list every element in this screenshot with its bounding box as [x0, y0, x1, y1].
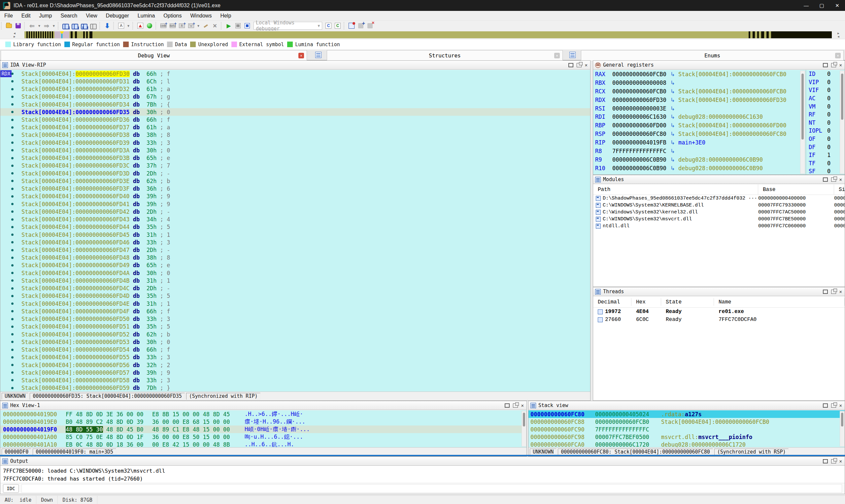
tab-debug-view[interactable]: Debug View ✕ — [1, 50, 307, 60]
cli-language-button[interactable]: IDC — [3, 484, 19, 493]
cpu-flag-row[interactable]: RF0 — [806, 110, 839, 119]
panel-float-icon[interactable] — [831, 290, 836, 294]
breakpoint-dot-icon[interactable] — [11, 96, 14, 98]
stack-view-header[interactable]: Stack view ✕ — [528, 401, 845, 410]
breakpoint-dot-icon[interactable] — [11, 326, 14, 328]
disassembly-listing[interactable]: RDXStack[00004E04]:000000000060FD30 db 6… — [0, 70, 590, 392]
undefine-button[interactable]: ✕ — [211, 22, 219, 30]
panel-maximize-icon[interactable] — [823, 459, 828, 464]
disasm-line[interactable]: Stack[00004E04]:000000000060FD57 db 39h … — [0, 369, 590, 376]
tab-enums[interactable]: Enums ✕ — [581, 50, 844, 60]
minimize-button[interactable]: — — [798, 0, 814, 11]
disasm-line[interactable]: Stack[00004E04]:000000000060FD37 db 61h … — [0, 124, 590, 131]
panel-close-icon[interactable]: ✕ — [839, 403, 842, 408]
cpu-flags-list[interactable]: ID0VIP0VIF0AC0VM0RF0NT0IOPL0OF0DF0IF1TF0… — [806, 70, 839, 175]
menu-item-edit[interactable]: Edit — [17, 12, 35, 20]
disasm-line[interactable]: Stack[00004E04]:000000000060FD4D db 35h … — [0, 292, 590, 300]
tab-structures[interactable]: Structures ✕ — [327, 50, 563, 60]
continue-process-button[interactable]: ▶ — [225, 22, 233, 30]
breakpoint-dot-icon[interactable] — [11, 188, 14, 190]
panel-maximize-icon[interactable] — [505, 403, 510, 408]
breakpoint-dot-icon[interactable] — [11, 349, 14, 351]
disasm-line[interactable]: Stack[00004E04]:000000000060FD35 db 30h … — [0, 108, 590, 116]
registers-scrollbar[interactable] — [800, 71, 805, 174]
panel-close-icon[interactable]: ✕ — [521, 403, 524, 408]
open-file-button[interactable] — [5, 22, 13, 30]
breakpoint-dot-icon[interactable] — [11, 119, 14, 121]
breakpoint-dot-icon[interactable] — [11, 372, 14, 374]
menu-item-lumina[interactable]: Lumina — [133, 12, 159, 20]
hex-row[interactable]: 00000000004019F048 8D 55 30 48 8D 45 B04… — [0, 426, 527, 433]
menu-item-help[interactable]: Help — [216, 12, 235, 20]
structures-view-icon[interactable] — [315, 52, 321, 58]
breakpoint-dot-icon[interactable] — [11, 80, 14, 83]
cpu-flag-row[interactable]: VIP0 — [806, 78, 839, 86]
disasm-line[interactable]: Stack[00004E04]:000000000060FD4E db 31h … — [0, 300, 590, 307]
breakpoint-dot-icon[interactable] — [11, 333, 14, 336]
menu-item-windows[interactable]: Windows — [186, 12, 216, 20]
column-header-state[interactable]: State — [661, 298, 714, 306]
column-header-decimal[interactable]: Decimal — [593, 298, 631, 306]
breakpoint-dot-icon[interactable] — [11, 142, 14, 144]
breakpoint-dot-icon[interactable] — [11, 272, 14, 274]
stack-row[interactable]: 000000000060FC907FFFFFFFFFFFFFFC — [528, 426, 845, 433]
make-dropdown[interactable]: ▼ — [196, 24, 201, 28]
breakpoint-dot-icon[interactable] — [11, 180, 14, 182]
disasm-line[interactable]: Stack[00004E04]:000000000060FD46 db 33h … — [0, 238, 590, 246]
jump-address-button[interactable]: ⬇ — [103, 22, 111, 30]
breakpoint-dot-icon[interactable] — [11, 195, 14, 198]
breakpoint-dot-icon[interactable] — [11, 257, 14, 259]
search-text-button[interactable]: T — [71, 22, 79, 30]
breakpoint-dot-icon[interactable] — [11, 280, 14, 282]
navigation-band[interactable]: ◄► ►◄ — [0, 31, 845, 39]
disasm-line[interactable]: Stack[00004E04]:000000000060FD51 db 35h … — [0, 323, 590, 330]
breakpoint-dot-icon[interactable] — [11, 165, 14, 167]
modules-header[interactable]: Modules ✕ — [593, 175, 845, 184]
hex-row[interactable]: 00000000004019E0B0 48 89 C2 48 8D 0D 393… — [0, 418, 527, 426]
save-button[interactable] — [14, 22, 22, 30]
delete-breakpoint-button[interactable] — [366, 22, 374, 30]
disasm-line[interactable]: Stack[00004E04]:000000000060FD36 db 66h … — [0, 116, 590, 123]
panel-maximize-icon[interactable] — [823, 178, 828, 182]
module-row[interactable]: ntdll.dll00007FFC7C0600000000000 — [593, 223, 845, 230]
stack-rows[interactable]: 000000000060FC800000000000405024.rdata:a… — [528, 410, 845, 447]
disasm-line[interactable]: Stack[00004E04]:000000000060FD34 db 7Bh … — [0, 101, 590, 108]
panel-float-icon[interactable] — [831, 178, 836, 182]
cpu-flag-row[interactable]: DF0 — [806, 143, 839, 151]
tab-close-icon[interactable]: ✕ — [554, 53, 560, 58]
stack-scrollbar[interactable] — [840, 411, 845, 447]
run-until-return-button[interactable]: C — [333, 22, 342, 30]
search-binary-button[interactable]: 101 — [80, 22, 88, 30]
disasm-line[interactable]: Stack[00004E04]:000000000060FD4C db 2Dh … — [0, 285, 590, 292]
breakpoint-dot-icon[interactable] — [11, 341, 14, 343]
enums-view-icon[interactable] — [569, 52, 576, 58]
stack-row[interactable]: 000000000060FC800000000000405024.rdata:a… — [528, 410, 845, 418]
breakpoint-dot-icon[interactable] — [11, 303, 14, 305]
panel-close-icon[interactable]: ✕ — [839, 178, 842, 182]
modules-table[interactable]: PathBaseSizeD:\ShadowPhases_95ed08661037… — [593, 184, 845, 287]
back-history-dropdown[interactable]: ▼ — [37, 24, 41, 28]
disasm-line[interactable]: Stack[00004E04]:000000000060FD41 db 39h … — [0, 200, 590, 208]
breakpoint-dot-icon[interactable] — [11, 379, 14, 381]
disasm-line[interactable]: Stack[00004E04]:000000000060FD43 db 34h … — [0, 215, 590, 223]
navigate-forward-button[interactable]: ⇒ — [42, 22, 51, 30]
cpu-flag-row[interactable]: IOPL0 — [806, 127, 839, 135]
disasm-line[interactable]: Stack[00004E04]:000000000060FD48 db 38h … — [0, 254, 590, 262]
threads-table[interactable]: DecimalHexStateName199724E04Readyre01.ex… — [593, 296, 845, 400]
suspend-process-button[interactable] — [234, 22, 242, 30]
breakpoint-dot-icon[interactable] — [11, 287, 14, 290]
breakpoint-dot-icon[interactable] — [11, 88, 14, 90]
disasm-line[interactable]: Stack[00004E04]:000000000060FD39 db 33h … — [0, 139, 590, 146]
output-log[interactable]: 7FFC7BE50000: loaded C:\WINDOWS\System32… — [0, 466, 845, 483]
stack-row[interactable]: 000000000060FC9800007FFC7BEF0500msvcrt.d… — [528, 433, 845, 441]
column-header-path[interactable]: Path — [593, 184, 758, 195]
navband-left-arrows-icon[interactable]: ◄► — [12, 31, 17, 39]
disasm-line[interactable]: Stack[00004E04]:000000000060FD3E db 62h … — [0, 177, 590, 185]
menu-item-jump[interactable]: Jump — [35, 12, 56, 20]
breakpoint-dot-icon[interactable] — [11, 111, 14, 113]
disasm-line[interactable]: Stack[00004E04]:000000000060FD53 db 30h … — [0, 338, 590, 346]
panel-float-icon[interactable] — [831, 403, 836, 408]
disasm-line[interactable]: Stack[00004E04]:000000000060FD3C db 37h … — [0, 162, 590, 169]
breakpoint-dot-icon[interactable] — [11, 318, 14, 320]
panel-maximize-icon[interactable] — [823, 403, 828, 408]
